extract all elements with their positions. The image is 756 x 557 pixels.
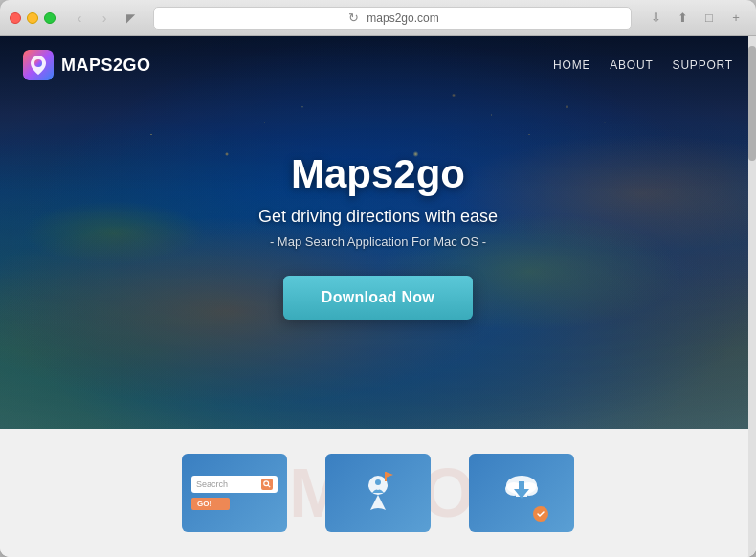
navbar: MAPS2GO HOME ABOUT SUPPORT [0, 36, 756, 94]
logo-icon [23, 50, 54, 80]
tab-icon: ◤ [121, 9, 140, 28]
add-tab-icon[interactable]: + [725, 8, 746, 29]
reload-icon: ↻ [345, 11, 361, 26]
nav-support[interactable]: SUPPORT [673, 58, 733, 72]
hero-content: Maps2go Get driving directions with ease… [0, 94, 756, 320]
go-button[interactable]: GO! [191, 498, 230, 510]
maximize-button[interactable] [44, 12, 56, 24]
feature-card-location [325, 454, 431, 532]
features-section: ISM.COM Seacrch [0, 429, 756, 557]
browser-titlebar: ‹ › ◤ ↻ maps2go.com ⇩ ⬆ □ + [0, 0, 756, 36]
browser-nav-buttons: ‹ › [69, 8, 115, 29]
logo: MAPS2GO [23, 50, 151, 80]
browser-actions: ⇩ ⬆ □ + [645, 8, 746, 29]
minimize-button[interactable] [27, 12, 38, 24]
svg-line-3 [268, 485, 270, 487]
feature-card-search: Seacrch GO! [182, 454, 287, 532]
download-icon[interactable]: ⇩ [645, 8, 666, 29]
search-icon [261, 479, 273, 490]
back-button[interactable]: ‹ [69, 8, 90, 29]
search-box: Seacrch [191, 476, 278, 493]
browser-content: MAPS2GO HOME ABOUT SUPPORT Maps2go Get d… [0, 36, 756, 557]
location-icon [349, 464, 407, 522]
address-bar[interactable]: ↻ maps2go.com [153, 7, 632, 30]
hero-tagline: - Map Search Application For Mac OS - [0, 234, 756, 249]
svg-point-5 [375, 479, 381, 485]
svg-rect-13 [519, 481, 524, 493]
check-badge [533, 506, 548, 522]
nav-about[interactable]: ABOUT [610, 58, 653, 72]
browser-window: ‹ › ◤ ↻ maps2go.com ⇩ ⬆ □ + [0, 0, 756, 557]
feature-card-download [469, 454, 574, 532]
url-text: maps2go.com [367, 11, 438, 25]
nav-links: HOME ABOUT SUPPORT [553, 58, 733, 72]
share-icon[interactable]: ⬆ [672, 8, 693, 29]
search-card-content: Seacrch GO! [182, 466, 287, 520]
logo-text: MAPS2GO [61, 56, 151, 76]
nav-home[interactable]: HOME [553, 58, 590, 72]
new-tab-icon[interactable]: □ [699, 8, 720, 29]
hero-section: MAPS2GO HOME ABOUT SUPPORT Maps2go Get d… [0, 36, 756, 429]
traffic-lights [10, 12, 56, 24]
hero-subtitle: Get driving directions with ease [0, 207, 756, 227]
search-placeholder: Seacrch [196, 479, 258, 489]
svg-point-2 [264, 481, 269, 486]
close-button[interactable] [10, 12, 21, 24]
website: MAPS2GO HOME ABOUT SUPPORT Maps2go Get d… [0, 36, 756, 557]
hero-title: Maps2go [0, 151, 756, 197]
forward-button[interactable]: › [94, 8, 115, 29]
svg-marker-7 [386, 472, 393, 478]
svg-point-1 [34, 59, 42, 67]
download-card-content [493, 462, 550, 524]
download-now-button[interactable]: Download Now [283, 276, 473, 320]
